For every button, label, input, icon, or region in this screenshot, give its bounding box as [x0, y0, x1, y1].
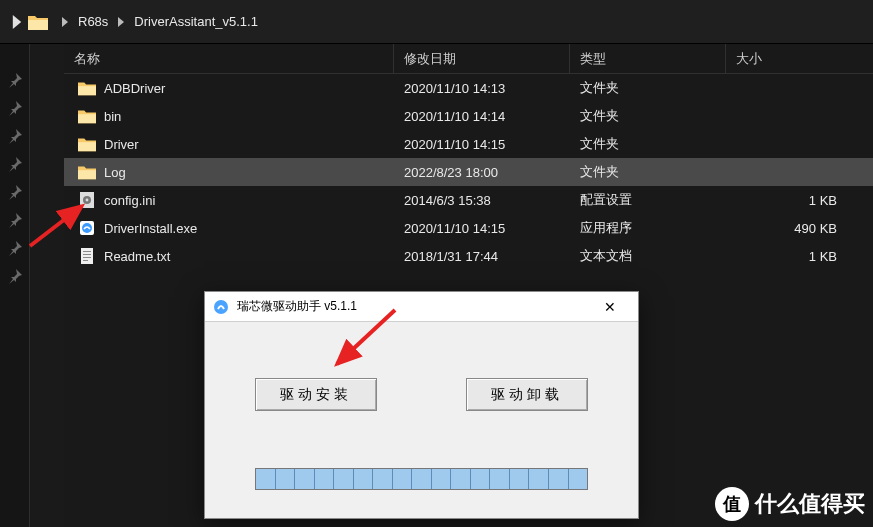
file-size: 1 KB [726, 249, 873, 264]
svg-rect-8 [83, 257, 91, 258]
chevron-right-icon [116, 17, 126, 27]
file-size: 490 KB [726, 221, 873, 236]
file-type: 文件夹 [570, 107, 726, 125]
folder-icon [78, 80, 96, 96]
driver-dialog: 瑞芯微驱动助手 v5.1.1 ✕ 驱动安装 驱动卸载 [204, 291, 639, 519]
pin-icon[interactable] [7, 240, 23, 256]
folder-icon [28, 14, 48, 30]
quick-access-sidebar [0, 44, 30, 527]
svg-rect-7 [83, 254, 91, 255]
folder-icon [78, 108, 96, 124]
uninstall-button[interactable]: 驱动卸载 [466, 378, 588, 411]
svg-rect-5 [81, 248, 93, 264]
watermark: 值 什么值得买 [715, 487, 865, 521]
file-date: 2022/8/23 18:00 [394, 165, 570, 180]
table-row[interactable]: bin2020/11/10 14:14文件夹 [64, 102, 873, 130]
file-name: Driver [104, 137, 139, 152]
svg-rect-6 [83, 251, 91, 252]
dialog-title: 瑞芯微驱动助手 v5.1.1 [237, 298, 590, 315]
file-size: 1 KB [726, 193, 873, 208]
table-row[interactable]: Log2022/8/23 18:00文件夹 [64, 158, 873, 186]
file-type: 文件夹 [570, 79, 726, 97]
table-row[interactable]: DriverInstall.exe2020/11/10 14:15应用程序490… [64, 214, 873, 242]
dialog-titlebar[interactable]: 瑞芯微驱动助手 v5.1.1 ✕ [205, 292, 638, 322]
install-button[interactable]: 驱动安装 [255, 378, 377, 411]
watermark-text: 什么值得买 [755, 489, 865, 519]
file-date: 2020/11/10 14:13 [394, 81, 570, 96]
file-name: bin [104, 109, 121, 124]
pin-icon[interactable] [7, 184, 23, 200]
column-headers: 名称 修改日期 类型 大小 [64, 44, 873, 74]
column-header-date[interactable]: 修改日期 [394, 44, 570, 73]
file-type: 文件夹 [570, 135, 726, 153]
breadcrumb-item[interactable]: DriverAssitant_v5.1.1 [134, 14, 258, 29]
pin-icon[interactable] [7, 156, 23, 172]
file-name: ADBDriver [104, 81, 165, 96]
breadcrumb-item[interactable]: R68s [78, 14, 108, 29]
file-date: 2020/11/10 14:15 [394, 221, 570, 236]
watermark-badge: 值 [715, 487, 749, 521]
pin-icon[interactable] [7, 128, 23, 144]
file-date: 2014/6/3 15:38 [394, 193, 570, 208]
table-row[interactable]: config.ini2014/6/3 15:38配置设置1 KB [64, 186, 873, 214]
pin-icon[interactable] [7, 100, 23, 116]
folder-icon [78, 136, 96, 152]
column-header-type[interactable]: 类型 [570, 44, 726, 73]
file-date: 2020/11/10 14:14 [394, 109, 570, 124]
svg-point-4 [82, 223, 92, 233]
table-row[interactable]: Driver2020/11/10 14:15文件夹 [64, 130, 873, 158]
file-type: 配置设置 [570, 191, 726, 209]
file-name: DriverInstall.exe [104, 221, 197, 236]
file-name: Log [104, 165, 126, 180]
pin-icon[interactable] [7, 72, 23, 88]
txt-file-icon [78, 248, 96, 264]
folder-icon [78, 164, 96, 180]
progress-bar [255, 468, 588, 490]
column-header-name[interactable]: 名称 [64, 44, 394, 73]
breadcrumb[interactable]: R68s DriverAssitant_v5.1.1 [0, 0, 873, 44]
file-name: config.ini [104, 193, 155, 208]
pin-icon[interactable] [7, 268, 23, 284]
file-date: 2018/1/31 17:44 [394, 249, 570, 264]
file-type: 应用程序 [570, 219, 726, 237]
file-type: 文件夹 [570, 163, 726, 181]
svg-rect-9 [83, 260, 88, 261]
file-name: Readme.txt [104, 249, 170, 264]
table-row[interactable]: Readme.txt2018/1/31 17:44文本文档1 KB [64, 242, 873, 270]
exe-file-icon [78, 220, 96, 236]
ini-file-icon [78, 192, 96, 208]
column-header-size[interactable]: 大小 [726, 44, 873, 73]
pin-icon[interactable] [7, 212, 23, 228]
table-row[interactable]: ADBDriver2020/11/10 14:13文件夹 [64, 74, 873, 102]
file-type: 文本文档 [570, 247, 726, 265]
svg-point-2 [86, 199, 89, 202]
chevron-right-icon[interactable] [10, 15, 24, 29]
app-icon [213, 299, 229, 315]
file-date: 2020/11/10 14:15 [394, 137, 570, 152]
chevron-right-icon [60, 17, 70, 27]
close-button[interactable]: ✕ [590, 293, 630, 321]
